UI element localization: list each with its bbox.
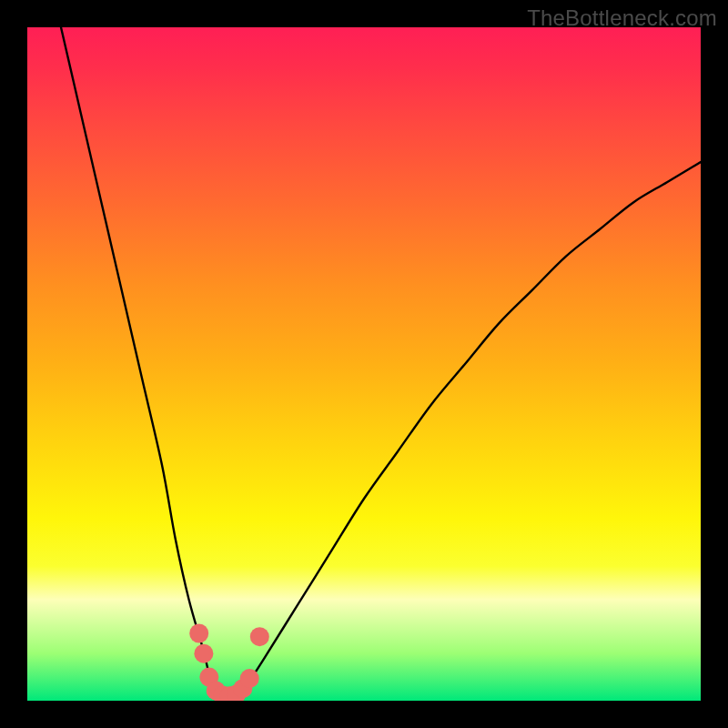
plot-area [27,27,701,701]
bottleneck-curve [61,27,701,701]
marker-point [194,644,213,663]
highlight-markers [189,624,269,702]
marker-point [250,627,269,646]
marker-point [240,669,259,688]
chart-frame: TheBottleneck.com [0,0,728,728]
curve-svg [27,27,701,701]
marker-point [189,624,208,643]
